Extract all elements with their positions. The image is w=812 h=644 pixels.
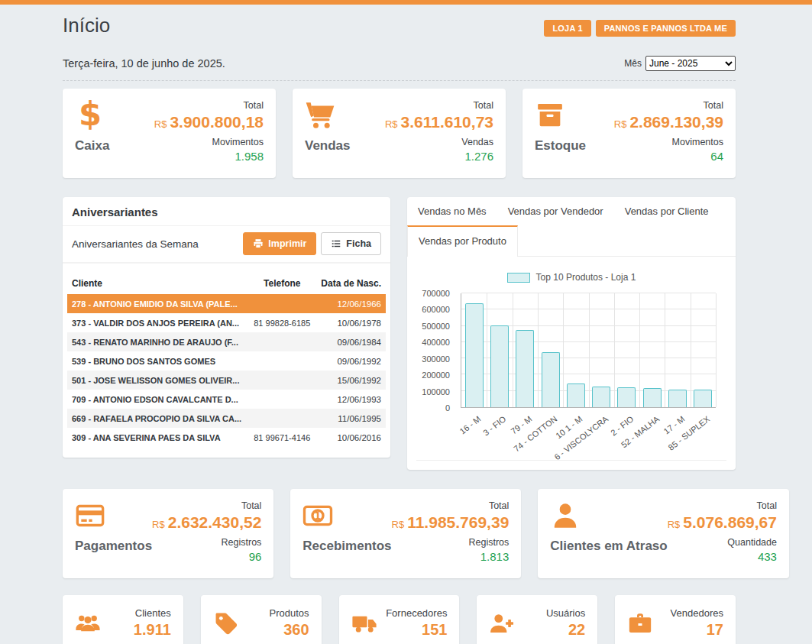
x-axis-label: 3 - FIO (481, 414, 507, 438)
vendedores-label: Vendedores (671, 607, 723, 619)
top-stats-row: $ Caixa Total R$3.900.800,18 Movimentos … (63, 89, 736, 178)
table-row[interactable]: 539 - BRUNO DOS SANTOS GOMES09/06/1992 (67, 351, 386, 371)
bar (617, 387, 636, 407)
tab-vendas-por-vendedor[interactable]: Vendas por Vendedor (497, 197, 614, 225)
clientes-label: Clientes (134, 607, 171, 619)
recebimentos-card: 1 Recebimentos Total R$11.985.769,39 Reg… (290, 489, 521, 578)
phone-cell: 81 99671-4146 (249, 428, 315, 447)
gridline (639, 293, 640, 407)
gridline (691, 293, 691, 407)
quantidade-label: Quantidade (668, 537, 777, 548)
estoque-label: Estoque (535, 138, 586, 154)
clientes-atraso-label: Clientes em Atraso (550, 539, 667, 554)
clientes-atraso-total: R$5.076.869,67 (668, 513, 777, 532)
table-row[interactable]: 309 - ANA SEVERINA PAES DA SILVA81 99671… (67, 428, 386, 447)
pagamentos-total: R$2.632.430,52 (152, 513, 261, 532)
counters-row: Clientes 1.911 Produtos 360 Fornecedores… (63, 595, 736, 644)
month-select[interactable]: June - 2025 (645, 56, 736, 71)
client-cell: 709 - ANTONIO EDSON CAVALCANTE D... (67, 390, 249, 409)
clientes-value: 1.911 (134, 621, 171, 639)
clientes-counter-card: Clientes 1.911 (63, 595, 183, 644)
chart-y-axis: 0100000200000300000400000500000600000700… (416, 293, 456, 408)
client-cell: 669 - RAFAELA PROCOPIO DA SILVA CA... (67, 409, 249, 428)
tag-icon (213, 610, 239, 636)
table-row[interactable]: 709 - ANTONIO EDSON CAVALCANTE D...12/06… (67, 390, 386, 409)
registros-label: Registros (392, 537, 510, 548)
tab-vendas-no-mes[interactable]: Vendas no Mês (407, 197, 497, 225)
produtos-value: 360 (270, 621, 309, 639)
middle-row: Aniversariantes Aniversariantes da Seman… (63, 197, 736, 470)
chart-container: Top 10 Produtos - Loja 1 010000020000030… (407, 257, 736, 457)
ficha-button[interactable]: Ficha (321, 232, 381, 255)
sales-tabs: Vendas no Mês Vendas por Vendedor Vendas… (407, 197, 736, 225)
client-cell: 539 - BRUNO DOS SANTOS GOMES (67, 351, 249, 371)
date-row: Terça-feira, 10 de junho de 2025. Mês Ju… (63, 56, 736, 81)
table-row[interactable]: 501 - JOSE WELISSON GOMES OLIVEIR...15/0… (67, 371, 386, 390)
print-button[interactable]: Imprimir (243, 232, 316, 255)
y-axis-tick: 300000 (422, 354, 450, 364)
table-row[interactable]: 278 - ANTONIO EMIDIO DA SILVA (PALE...12… (67, 294, 386, 313)
users-icon (75, 610, 101, 636)
gridline (487, 293, 487, 407)
page-content: Início LOJA 1 PANNOS E PANNOS LTDA ME Te… (63, 5, 736, 644)
shopping-cart-icon (305, 100, 337, 131)
col-cliente: Cliente (67, 274, 249, 294)
phone-cell (249, 409, 315, 428)
fornecedores-label: Fornecedores (386, 607, 447, 619)
svg-text:1: 1 (315, 510, 322, 522)
bar (668, 390, 687, 407)
dollar-icon: $ (75, 100, 107, 131)
table-row[interactable]: 669 - RAFAELA PROCOPIO DA SILVA CA...11/… (67, 409, 386, 428)
total-label: Total (152, 500, 261, 511)
chart-panel-footer (416, 460, 726, 470)
x-axis-label: 16 - M (458, 414, 482, 436)
birthdays-panel: Aniversariantes Aniversariantes da Seman… (63, 197, 390, 458)
table-row[interactable]: 373 - VALDIR DOS ANJOS PEREIRA (AN...81 … (67, 313, 386, 332)
usuarios-label: Usuários (546, 607, 585, 619)
y-axis-tick: 200000 (422, 371, 450, 380)
caixa-count: 1.958 (154, 150, 264, 163)
vendas-card: Vendas Total R$3.611.610,73 Vendas 1.276 (293, 89, 506, 178)
user-icon (550, 500, 582, 531)
total-label: Total (385, 100, 493, 111)
birthdays-table: Cliente Telefone Data de Nasc. 278 - ANT… (67, 274, 386, 447)
y-axis-tick: 600000 (422, 305, 450, 314)
y-axis-tick: 700000 (422, 289, 450, 298)
month-label: Mês (624, 58, 642, 69)
bottom-stats-row: Pagamentos Total R$2.632.430,52 Registro… (63, 489, 736, 578)
phone-cell (249, 332, 315, 351)
y-axis-tick: 100000 (422, 387, 450, 396)
page-header: Início LOJA 1 PANNOS E PANNOS LTDA ME Te… (63, 5, 736, 81)
birthdate-cell: 10/06/2016 (315, 428, 386, 447)
gridline (513, 293, 513, 407)
tab-vendas-por-cliente[interactable]: Vendas por Cliente (614, 197, 720, 225)
store-button[interactable]: LOJA 1 (544, 20, 590, 37)
total-label: Total (614, 100, 723, 111)
tab-vendas-por-produto[interactable]: Vendas por Produto (407, 225, 518, 257)
company-button[interactable]: PANNOS E PANNOS LTDA ME (596, 20, 736, 37)
y-axis-tick: 0 (445, 403, 450, 413)
briefcase-icon (627, 610, 653, 636)
pagamentos-card: Pagamentos Total R$2.632.430,52 Registro… (63, 489, 273, 578)
gridline (716, 293, 717, 407)
gridline (589, 293, 590, 407)
birthdays-subtitle: Aniversariantes da Semana (72, 238, 199, 250)
y-axis-tick: 400000 (422, 338, 450, 347)
recebimentos-total: R$11.985.769,39 (392, 513, 510, 532)
birthdays-toolbar: Aniversariantes da Semana Imprimir Ficha (63, 226, 390, 264)
phone-cell (249, 390, 315, 409)
col-data-nasc: Data de Nasc. (315, 274, 386, 294)
usuarios-value: 22 (546, 621, 585, 639)
client-cell: 543 - RENATO MARINHO DE ARAUJO (F... (67, 332, 249, 351)
produtos-counter-card: Produtos 360 (201, 595, 322, 644)
client-cell: 373 - VALDIR DOS ANJOS PEREIRA (AN... (67, 313, 249, 332)
produtos-label: Produtos (270, 607, 309, 619)
table-row[interactable]: 543 - RENATO MARINHO DE ARAUJO (F...09/0… (67, 332, 386, 351)
credit-card-icon (75, 500, 107, 531)
gridline (614, 293, 615, 407)
svg-text:$: $ (79, 100, 102, 131)
store-buttons: LOJA 1 PANNOS E PANNOS LTDA ME (544, 20, 736, 37)
col-telefone: Telefone (249, 274, 315, 294)
recebimentos-label: Recebimentos (302, 539, 391, 554)
list-icon (331, 238, 341, 249)
